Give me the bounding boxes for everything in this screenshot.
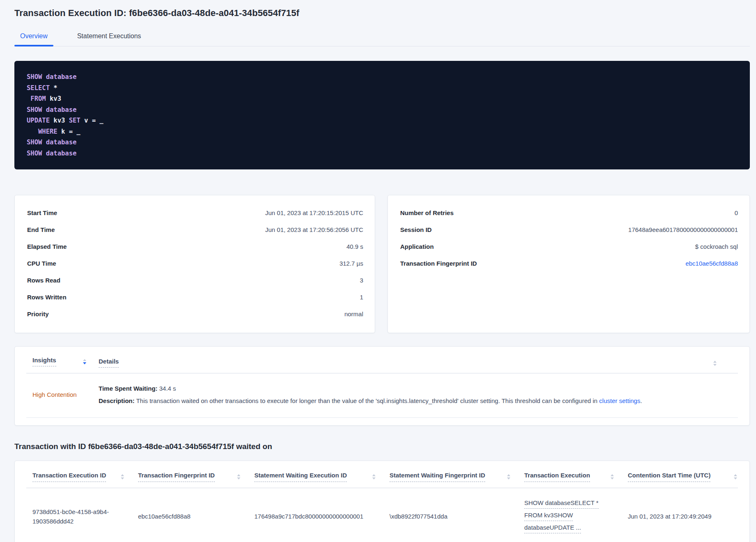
summary-row-end-time: End TimeJun 01, 2023 at 17:20:56:2056 UT… <box>27 221 363 238</box>
sort-arrows[interactable] <box>507 474 510 479</box>
transaction-fingerprint-link[interactable]: ebc10ae56cfd88a8 <box>685 260 738 267</box>
column-header-cell: Transaction Fingerprint ID <box>138 472 254 482</box>
summary-row-priority: Prioritynormal <box>27 306 363 322</box>
sort-arrows-extra[interactable] <box>713 361 717 366</box>
transaction-execution-cell: SHOW databaseSELECT *FROM kv3SHOWdatabas… <box>524 498 628 535</box>
summary-value-session-id: 17648a9eea6017800000000000000001 <box>628 226 738 233</box>
summary-value-rows-read: 3 <box>360 277 363 284</box>
transaction-fingerprint-id-cell: ebc10ae56cfd88a8 <box>138 512 254 521</box>
sort-up-icon <box>713 361 717 363</box>
summary-label-session-id: Session ID <box>400 226 432 233</box>
waited-on-table-row: 9738d051-bc0e-4158-a9b4-1903586ddd42ebc1… <box>26 488 738 542</box>
transaction-execution-id-cell: 9738d051-bc0e-4158-a9b4-1903586ddd42 <box>26 507 138 526</box>
sort-up-icon <box>734 474 737 476</box>
sort-arrows[interactable] <box>734 474 737 479</box>
sort-up-icon <box>507 474 510 476</box>
sql-line: SHOW database <box>27 72 738 83</box>
sql-statements-box: SHOW databaseSELECT * FROM kv3SHOW datab… <box>14 61 750 169</box>
sort-down-icon <box>83 362 86 364</box>
waited-on-table-card: Transaction Execution IDTransaction Fing… <box>14 461 750 542</box>
summary-label-number-of-retries: Number of Retries <box>400 209 454 216</box>
sql-text: * <box>50 84 58 92</box>
sql-text: kv3 <box>50 117 69 124</box>
column-header-statement-waiting-execution-id[interactable]: Statement Waiting Execution ID <box>254 472 347 482</box>
insights-table-header: Insights Details <box>26 347 738 373</box>
summary-label-elapsed-time: Elapsed Time <box>27 243 67 250</box>
sort-arrows[interactable] <box>121 474 124 479</box>
description-text: This transaction waited on other transac… <box>135 397 599 404</box>
sql-line: SHOW database <box>27 137 738 148</box>
sql-keyword: SELECT <box>27 84 50 92</box>
sql-keyword: FROM <box>27 95 46 102</box>
transaction-execution-truncated-text[interactable]: FROM kv3SHOW <box>524 510 573 521</box>
contention-start-time-cell: Jun 01, 2023 at 17:20:49:2049 <box>628 512 738 521</box>
details-column-header[interactable]: Details <box>99 358 119 368</box>
summary-value-priority: normal <box>344 310 363 317</box>
sql-line: FROM kv3 <box>27 93 738 104</box>
sort-down-icon <box>611 477 614 479</box>
transaction-details-page: Transaction Execution ID: f6be6366-da03-… <box>0 0 756 542</box>
summary-row-session-id: Session ID17648a9eea60178000000000000000… <box>400 221 738 238</box>
cluster-settings-link[interactable]: cluster settings <box>599 397 640 404</box>
column-header-transaction-fingerprint-id[interactable]: Transaction Fingerprint ID <box>138 472 215 482</box>
column-header-cell: Statement Waiting Execution ID <box>254 472 390 482</box>
sql-keyword: UPDATE <box>27 117 50 124</box>
column-header-transaction-execution[interactable]: Transaction Execution <box>524 472 590 482</box>
insight-cell: High Contention <box>26 391 99 398</box>
transaction-execution-truncated-text[interactable]: databaseUPDATE ... <box>524 523 581 533</box>
tab-overview[interactable]: Overview <box>14 30 53 46</box>
sort-up-icon <box>121 474 124 476</box>
insights-column-header[interactable]: Insights <box>32 357 56 366</box>
column-header-statement-waiting-fingerprint-id[interactable]: Statement Waiting Fingerprint ID <box>390 472 485 482</box>
summary-row-cpu-time: CPU Time312.7 µs <box>27 255 363 272</box>
waited-on-title: Transaction with ID f6be6366-da03-48de-a… <box>14 442 750 451</box>
sort-arrows[interactable] <box>611 474 614 479</box>
insights-header-cell: Insights <box>26 357 99 366</box>
sort-down-icon <box>372 477 376 479</box>
summary-label-priority: Priority <box>27 310 49 317</box>
tab-statement-executions[interactable]: Statement Executions <box>71 30 147 46</box>
summary-value-start-time: Jun 01, 2023 at 17:20:15:2015 UTC <box>265 209 363 216</box>
description-label: Description: <box>99 397 135 404</box>
sort-arrows-insights[interactable] <box>83 359 86 364</box>
summary-value-elapsed-time: 40.9 s <box>346 243 363 250</box>
sql-text: v = _ <box>81 117 104 124</box>
sort-up-icon <box>237 474 240 476</box>
sql-keyword: SHOW database <box>27 139 76 146</box>
time-spent-waiting-label: Time Spent Waiting: <box>99 385 157 392</box>
statement-waiting-fingerprint-id-cell: \xdb8922f077541dda <box>390 512 524 521</box>
column-header-cell: Transaction Execution <box>524 472 628 482</box>
transaction-execution-truncated-text[interactable]: SHOW databaseSELECT * <box>524 498 599 509</box>
summary-row-elapsed-time: Elapsed Time40.9 s <box>27 238 363 255</box>
summary-label-cpu-time: CPU Time <box>27 260 56 267</box>
summary-label-start-time: Start Time <box>27 209 57 216</box>
waited-on-table-header: Transaction Execution IDTransaction Fing… <box>26 461 738 488</box>
insights-table-card: Insights Details High Contention Time Sp… <box>14 346 750 426</box>
description-line: Description: This transaction waited on … <box>99 396 713 405</box>
column-header-transaction-execution-id[interactable]: Transaction Execution ID <box>32 472 106 482</box>
sort-arrows[interactable] <box>372 474 376 479</box>
sort-up-icon <box>611 474 614 476</box>
sort-arrows[interactable] <box>237 474 240 479</box>
summary-label-transaction-fingerprint-id: Transaction Fingerprint ID <box>400 260 477 267</box>
sql-keyword: SHOW database <box>27 73 76 81</box>
column-header-contention-start-time-utc-[interactable]: Contention Start Time (UTC) <box>628 472 710 482</box>
summary-row-rows-read: Rows Read3 <box>27 272 363 289</box>
time-spent-waiting-value: 34.4 s <box>157 385 176 392</box>
summary-value-cpu-time: 312.7 µs <box>339 260 363 267</box>
details-header-cell: Details <box>99 358 713 365</box>
tab-bar: Overview Statement Executions <box>14 30 750 46</box>
sort-down-icon <box>713 364 717 366</box>
sort-down-icon <box>507 477 510 479</box>
summary-row-transaction-fingerprint-id: Transaction Fingerprint IDebc10ae56cfd88… <box>400 255 738 272</box>
summary-value-end-time: Jun 01, 2023 at 17:20:56:2056 UTC <box>265 226 363 233</box>
summary-row-rows-written: Rows Written1 <box>27 289 363 306</box>
insight-high-contention-label: High Contention <box>26 391 77 398</box>
sql-line: UPDATE kv3 SET v = _ <box>27 115 738 126</box>
sql-text: k = _ <box>58 128 81 135</box>
sort-down-icon <box>237 477 240 479</box>
summary-label-rows-read: Rows Read <box>27 277 60 284</box>
extra-header-cell <box>713 357 738 366</box>
statement-waiting-execution-id-cell: 176498a9c717bdc80000000000000001 <box>254 512 390 521</box>
time-spent-waiting-line: Time Spent Waiting: 34.4 s <box>99 384 713 393</box>
